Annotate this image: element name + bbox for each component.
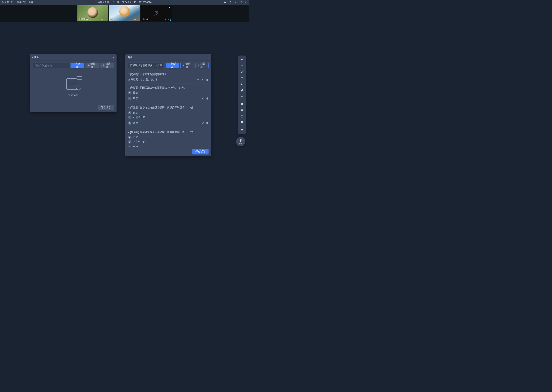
svg-point-2 xyxy=(102,19,102,20)
packet-loss: 丢包率：0% xyxy=(2,1,14,4)
edit-icon[interactable] xyxy=(201,97,204,100)
delete-icon[interactable] xyxy=(206,97,209,100)
hand-count: 0/2 xyxy=(240,142,242,145)
question-item: 3 [单选题] 施华洛世奇是反华品牌，所以梁鼎琪反华。（2分） A正确 B不完全… xyxy=(128,103,209,128)
svg-point-4 xyxy=(135,20,135,20)
signal-icon xyxy=(101,18,103,21)
svg-point-12 xyxy=(241,115,242,116)
add-short-answer-button[interactable]: 简答题 xyxy=(101,63,114,68)
expand-icon[interactable] xyxy=(239,1,242,4)
move-icon[interactable] xyxy=(197,146,199,147)
save-quiz-button[interactable]: 保存试卷 xyxy=(192,149,209,154)
question-list: 1 [简答题] 一年四季分别是哪四季? 参考答案：春、夏、秋、冬 2 [判断题]… xyxy=(125,70,211,147)
volume-bars xyxy=(170,18,171,21)
participant-name: Nina xyxy=(110,18,115,21)
tile-close-icon[interactable]: ✕ xyxy=(169,6,171,9)
reference-answer: 参考答案：春、夏、秋、冬 xyxy=(128,78,158,81)
delete-icon[interactable] xyxy=(206,146,209,147)
network-status: 网络状态：良好 xyxy=(17,1,33,4)
back-icon[interactable]: ‹ xyxy=(32,56,33,59)
tile-close-icon[interactable]: ✕ xyxy=(137,6,139,9)
question-item: 1 [简答题] 一年四季分别是哪四季? 参考答案：春、夏、秋、冬 xyxy=(128,70,209,84)
delete-icon[interactable] xyxy=(206,78,209,81)
panel-close-icon[interactable]: × xyxy=(113,56,114,59)
folder-tool-icon[interactable] xyxy=(238,101,246,107)
color-tool-icon[interactable] xyxy=(238,93,246,99)
video-tile-teacher[interactable]: 叮当老师 xyxy=(77,5,108,21)
toolbox-tool-icon[interactable] xyxy=(238,107,246,113)
quiz-panel-filled: 测验 × 判断题 选择题 简答题 1 [简答题] 一年四季分别是哪四季? 参考答… xyxy=(125,54,211,156)
minimize-icon[interactable] xyxy=(234,1,237,4)
pen-tool-icon[interactable] xyxy=(238,69,246,75)
volume-bars xyxy=(107,18,107,21)
panel-close-icon[interactable]: × xyxy=(207,56,209,59)
video-tile-strip: 叮当老师 ✕ Nina ✕ 王小明 xyxy=(0,5,249,22)
empty-caption: 暂无试题 xyxy=(68,93,78,97)
signal-icon xyxy=(134,19,136,21)
elapsed-time: 已上课：02:34:09 xyxy=(113,1,131,4)
question-item: 2 [判断题] 我国宪法上一次更新是在2020年。（2分） A正确 B错误 xyxy=(128,84,209,104)
settings-icon[interactable] xyxy=(229,1,232,4)
edit-icon[interactable] xyxy=(201,122,204,124)
mic-muted-icon xyxy=(164,18,167,21)
move-icon[interactable] xyxy=(197,78,199,81)
add-judge-button[interactable]: 判断题 xyxy=(166,63,179,68)
empty-state: 暂无试题 xyxy=(33,70,114,103)
add-short-answer-button[interactable]: 简答题 xyxy=(195,63,209,68)
participant-name: 王小明 xyxy=(142,18,149,21)
mic-icon xyxy=(167,18,169,21)
quiz-name-input[interactable] xyxy=(33,63,69,68)
add-judge-button[interactable]: 判断题 xyxy=(71,63,84,68)
bell-tool-icon[interactable] xyxy=(238,127,246,133)
question-item: 4 [多选题] 施华洛世奇是反华品牌，所以梁鼎琪反华。（2分） A是的 B不完全… xyxy=(128,128,209,147)
video-tile-student-2[interactable]: ✕ 王小明 xyxy=(141,5,172,21)
video-tile-student-1[interactable]: ✕ Nina xyxy=(109,5,140,21)
panel-title: 测验 xyxy=(128,56,133,59)
mic-icon xyxy=(104,18,106,21)
camera-off-icon xyxy=(153,10,160,17)
raise-hand-badge[interactable]: 0/2 xyxy=(236,137,245,146)
hand-icon xyxy=(239,139,242,142)
quiz-name-input[interactable] xyxy=(128,63,164,68)
delete-icon[interactable] xyxy=(206,122,209,124)
svg-point-6 xyxy=(156,12,157,14)
svg-rect-0 xyxy=(235,2,236,2)
empty-quiz-icon xyxy=(64,76,82,91)
add-choice-button[interactable]: 选择题 xyxy=(86,63,99,68)
top-status-bar: 丢包率：0% 网络状态：良好 神秘大自然 已上课：02:34:09 ID：202… xyxy=(0,0,249,5)
text-tool-icon[interactable] xyxy=(238,75,246,81)
move-icon[interactable] xyxy=(197,97,199,100)
person-tool-icon[interactable] xyxy=(238,113,246,119)
svg-point-11 xyxy=(241,96,242,97)
quiz-panel-empty: ‹ 测验 × 判断题 选择题 简答题 暂无试题 保存试卷 xyxy=(30,54,116,112)
participant-name: 叮当老师 xyxy=(79,18,88,21)
panel-title: 测验 xyxy=(34,56,39,59)
move-tool-icon[interactable] xyxy=(238,63,246,69)
mic-icon xyxy=(137,19,139,21)
scissors-tool-icon[interactable] xyxy=(238,81,246,87)
move-icon[interactable] xyxy=(197,122,199,124)
edit-icon[interactable] xyxy=(201,78,204,81)
cursor-tool-icon[interactable] xyxy=(238,57,246,63)
whiteboard-toolbar xyxy=(238,56,246,134)
camera-toggle-icon[interactable] xyxy=(224,1,226,4)
session-id: ID：2020070324 xyxy=(134,1,152,4)
edit-icon[interactable] xyxy=(201,146,204,147)
save-quiz-button[interactable]: 保存试卷 xyxy=(98,105,114,111)
course-title: 神秘大自然 xyxy=(98,1,109,4)
close-icon[interactable] xyxy=(244,1,247,4)
eraser-tool-icon[interactable] xyxy=(238,87,246,93)
add-choice-button[interactable]: 选择题 xyxy=(180,63,194,68)
chat-tool-icon[interactable] xyxy=(238,119,246,125)
